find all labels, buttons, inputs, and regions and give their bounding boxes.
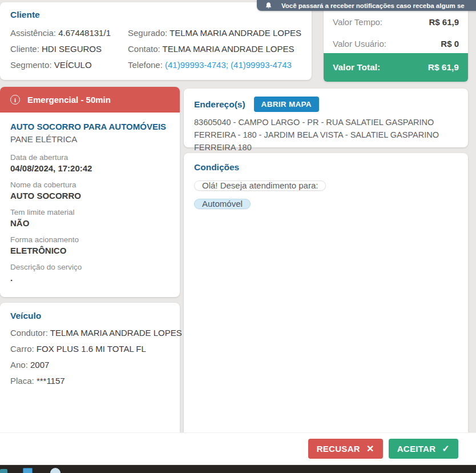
endereco-title: Endereço(s) — [194, 99, 245, 110]
segurado-row: Segurado: TELMA MARIA ANDRADE LOPES — [128, 25, 301, 41]
emergencial-label: Emergencial - 50min — [27, 95, 111, 105]
cliente-title: Cliente — [10, 10, 301, 20]
x-icon: ✕ — [366, 444, 374, 454]
servico-subtitle: PANE ELÉTRICA — [10, 134, 170, 144]
condicoes-card: Condições Olá! Deseja atendimento para: … — [184, 153, 468, 432]
info-icon: i — [10, 95, 20, 105]
carro-row: Carro: FOX PLUS 1.6 MI TOTAL FL — [10, 344, 170, 353]
action-bar: RECUSAR ✕ ACEITAR ✓ — [0, 432, 476, 464]
abrir-mapa-button[interactable]: ABRIR MAPA — [254, 97, 319, 112]
descricao-servico-field: Descrição do serviço . — [10, 263, 170, 283]
assistencia-row: Assistência: 4.67448131/1 — [10, 25, 128, 41]
servico-card: i Emergencial - 50min AUTO SOCORRO PARA … — [0, 87, 180, 297]
aceitar-button[interactable]: ACEITAR ✓ — [389, 439, 458, 459]
valor-usuario-row: Valor Usuário: R$ 0 — [333, 39, 459, 49]
notification-toast: Você passará a receber notificações caso… — [257, 0, 476, 11]
telefone-row: Telefone: (41)99993-4743; (41)99993-4743 — [128, 57, 301, 73]
data-abertura-field: Data de abertura 04/08/2024, 17:20:42 — [10, 153, 170, 173]
bell-icon — [265, 2, 272, 9]
valor-tempo-row: Valor Tempo: R$ 61,9 — [333, 17, 459, 27]
cobertura-field: Nome da cobertura AUTO SOCORRO — [10, 181, 170, 201]
placa-row: Placa: ***1157 — [10, 376, 170, 385]
endereco-card: Endereço(s) ABRIR MAPA 83605040 - CAMPO … — [184, 89, 468, 147]
valores-card: Valor Tempo: R$ 61,9 Valor Usuário: R$ 0… — [324, 7, 468, 82]
recusar-button[interactable]: RECUSAR ✕ — [308, 439, 383, 459]
taskbar-browser-icon[interactable] — [50, 468, 60, 473]
veiculo-title: Veículo — [10, 311, 170, 321]
limite-material-field: Tem limite material NÃO — [10, 208, 170, 228]
condutor-row: Condutor: TELMA MARIA ANDRADE LOPES — [10, 328, 170, 337]
emergencial-banner: i Emergencial - 50min — [0, 87, 180, 113]
taskbar-app-icon[interactable] — [0, 469, 7, 473]
servico-title: AUTO SOCORRO PARA AUTOMÓVEIS — [10, 122, 170, 131]
address-text: 83605040 - CAMPO LARGO - PR - RUA SALATI… — [194, 117, 458, 154]
forma-acionamento-field: Forma acionamento ELETRÔNICO — [10, 235, 170, 255]
condicao-message: Olá! Deseja atendimento para: — [194, 181, 326, 191]
cliente-card: Cliente Assistência: 4.67448131/1 Client… — [0, 2, 312, 80]
valor-total-bar: Valor Total: R$ 61,9 — [324, 53, 468, 82]
cliente-row: Cliente: HDI SEGUROS — [10, 41, 128, 57]
toast-text: Você passará a receber notificações caso… — [281, 2, 465, 9]
taskbar — [0, 465, 476, 473]
ano-row: Ano: 2007 — [10, 360, 170, 369]
segmento-row: Segmento: VEÍCULO — [10, 57, 128, 73]
phone-link[interactable]: (41)99993-4743; (41)99993-4743 — [165, 60, 292, 70]
contato-row: Contato: TELMA MARIA ANDRADE LOPES — [128, 41, 301, 57]
check-icon: ✓ — [442, 444, 450, 454]
condicao-selected-option[interactable]: Automóvel — [194, 199, 251, 209]
condicoes-title: Condições — [194, 162, 458, 173]
taskbar-window-icon[interactable] — [23, 468, 33, 473]
veiculo-card: Veículo Condutor: TELMA MARIA ANDRADE LO… — [0, 303, 180, 432]
